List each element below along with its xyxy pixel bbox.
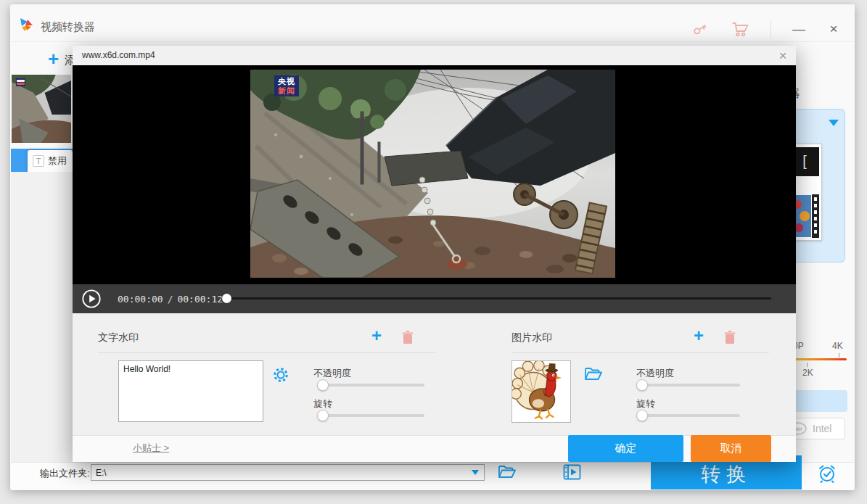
time-current: 00:00:00 — [118, 294, 163, 305]
text-opacity-slider-thumb[interactable] — [317, 379, 329, 391]
thumbnail-cctv-badge — [16, 78, 25, 86]
image-rotate-slider-thumb[interactable] — [636, 410, 648, 421]
video-frame — [250, 70, 615, 278]
text-opacity-slider-track[interactable] — [317, 384, 424, 387]
resolution-label-2k: 2K — [802, 368, 813, 378]
output-folder-label: 输出文件夹: — [40, 467, 90, 480]
image-watermark-title: 图片水印 — [511, 331, 552, 344]
text-rotate-slider-thumb[interactable] — [317, 410, 329, 421]
media-library-icon[interactable] — [563, 464, 582, 480]
combo-dropdown-arrow-icon[interactable] — [472, 470, 479, 475]
dialog-title: www.x6d.com.mp4 — [82, 50, 155, 60]
format-dropdown-arrow-icon[interactable] — [829, 120, 839, 126]
resolution-tick-4k — [839, 353, 839, 358]
tips-link[interactable]: 小贴士 > — [133, 442, 169, 455]
text-opacity-label: 不透明度 — [313, 367, 351, 380]
time-separator: / — [168, 294, 173, 305]
image-opacity-slider-thumb[interactable] — [636, 379, 648, 391]
tab-disable-label: 禁用 — [48, 154, 67, 168]
ok-button[interactable]: 确定 — [568, 435, 683, 462]
image-opacity-label: 不透明度 — [636, 367, 674, 380]
cctv-badge-line2: 新闻 — [278, 86, 295, 96]
resolution-label-4k: 4K — [832, 341, 843, 351]
image-watermark-divider — [511, 352, 769, 353]
open-output-folder-icon[interactable] — [498, 464, 517, 480]
text-settings-gear-icon[interactable] — [272, 366, 289, 384]
add-image-watermark-button[interactable]: + — [694, 328, 704, 344]
register-key-icon[interactable] — [691, 20, 709, 38]
dialog-close-button[interactable]: × — [773, 47, 792, 65]
text-watermark-title: 文字水印 — [98, 331, 139, 344]
tab-disable[interactable]: T 禁用 — [28, 150, 73, 172]
close-button[interactable]: × — [823, 20, 845, 38]
cancel-button[interactable]: 取消 — [691, 435, 771, 462]
app-logo-icon — [19, 17, 33, 32]
time-total: 00:00:12 — [177, 294, 223, 305]
add-text-watermark-button[interactable]: + — [371, 328, 382, 344]
seek-slider-track[interactable] — [221, 297, 771, 299]
play-icon — [89, 295, 95, 302]
turkey-image — [512, 361, 570, 422]
output-path-input[interactable] — [91, 468, 472, 478]
app-title: 视频转换器 — [41, 20, 95, 34]
seek-slider-thumb[interactable] — [222, 294, 231, 303]
delete-text-watermark-trash-icon[interactable] — [401, 330, 414, 344]
dialog-header — [73, 46, 796, 65]
play-button[interactable] — [81, 289, 102, 309]
minimize-button[interactable]: — — [788, 20, 810, 38]
image-rotate-label: 旋转 — [636, 397, 655, 410]
output-folder-combo[interactable] — [91, 464, 485, 481]
cart-icon[interactable] — [730, 20, 749, 38]
text-rotate-label: 旋转 — [313, 397, 332, 410]
resolution-tick-2k — [807, 363, 808, 367]
schedule-alarm-icon[interactable] — [817, 463, 837, 484]
dialog-footer — [73, 435, 796, 462]
titlebar-divider — [11, 41, 854, 42]
time-display: 00:00:00/00:00:12 — [118, 294, 223, 305]
delete-image-watermark-trash-icon[interactable] — [723, 330, 736, 344]
watermark-text-input[interactable]: Hello World! — [118, 360, 263, 422]
image-rotate-slider-track[interactable] — [636, 414, 740, 417]
text-tool-icon: T — [33, 155, 44, 167]
titlebar-separator — [771, 19, 771, 38]
browse-image-folder-icon[interactable] — [584, 366, 603, 382]
cctv-badge-line1: 央视 — [278, 77, 295, 86]
image-opacity-slider-track[interactable] — [636, 384, 740, 387]
file-list-panel — [11, 172, 73, 462]
intel-label: Intel — [813, 423, 831, 434]
add-file-button[interactable]: + — [48, 48, 59, 70]
watermark-image-preview[interactable] — [511, 360, 571, 423]
text-watermark-divider — [98, 352, 435, 353]
text-rotate-slider-track[interactable] — [317, 414, 424, 417]
cctv-news-badge: 央视 新闻 — [274, 75, 299, 96]
